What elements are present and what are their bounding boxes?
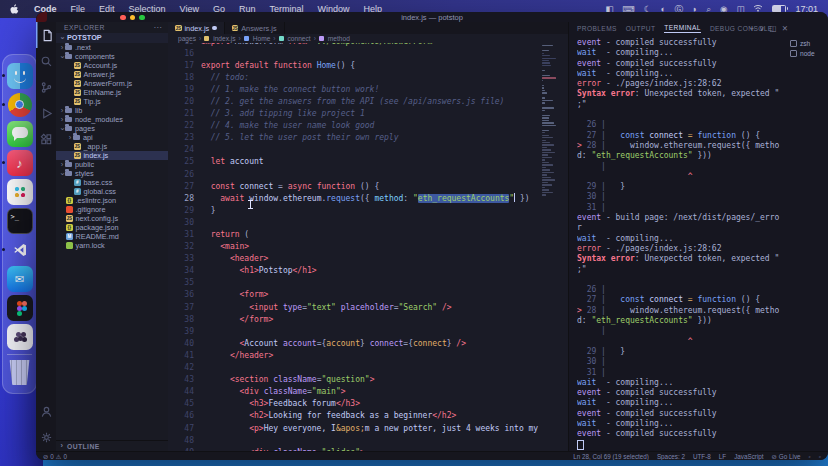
line-number: 27: [168, 181, 201, 193]
tree-item-tip-js[interactable]: JSTip.js: [56, 97, 168, 106]
status-right: Ln 28, Col 69 (19 selected)Spaces: 2UTF-…: [573, 453, 821, 460]
tree-item-public[interactable]: ›public: [56, 160, 168, 169]
breadcrumb-item-connect[interactable]: connect: [279, 35, 311, 42]
statusbar-item-spaces-2[interactable]: Spaces: 2: [657, 453, 685, 460]
tree-item--next[interactable]: ›.next: [56, 43, 168, 52]
terminal-session-node[interactable]: node: [790, 48, 826, 58]
terminal-row: [577, 110, 789, 120]
apple-menu[interactable]: [0, 4, 27, 15]
split-icon[interactable]: ◫: [770, 24, 777, 33]
panel-tab-output[interactable]: OUTPUT: [626, 25, 656, 32]
dock-item-chrome[interactable]: [7, 92, 33, 118]
terminal-token: r: [577, 223, 582, 232]
dock-item-slack[interactable]: [7, 179, 33, 205]
panel-tab-terminal[interactable]: TERMINAL: [664, 24, 701, 33]
terminal-output[interactable]: event - compiled successfullywait - comp…: [577, 38, 789, 452]
workspace-root[interactable]: › POTSTOP: [56, 33, 168, 43]
code-line: 32 <main>: [168, 241, 540, 253]
minimap-line: [542, 85, 544, 86]
file-label: Tip.js: [84, 97, 101, 106]
code-area[interactable]: 15import AnswerForm from '../components/…: [168, 43, 540, 453]
tree-item-next-config-js[interactable]: JSnext.config.js: [56, 214, 168, 223]
modified-dot-icon[interactable]: [212, 26, 217, 31]
close-icon[interactable]: ✕: [782, 24, 788, 33]
statusbar-bell-icon[interactable]: ◦: [819, 453, 821, 460]
chevron-down-icon[interactable]: ∨: [759, 24, 765, 33]
tree-item--gitignore[interactable]: .gitignore: [56, 205, 168, 214]
extensions-icon[interactable]: [36, 126, 56, 152]
tree-item--eslintrc-json[interactable]: {}.eslintrc.json: [56, 196, 168, 205]
run-debug-icon[interactable]: [36, 100, 56, 126]
dock-item-figma[interactable]: [7, 295, 33, 321]
dock-item-photos[interactable]: [7, 324, 33, 350]
status-bar: ⊘0 ⚠0 Ln 28, Col 69 (19 selected)Spaces:…: [36, 451, 828, 460]
settings-gear-icon[interactable]: [36, 424, 56, 450]
tree-item-ethname-js[interactable]: JSEthName.js: [56, 88, 168, 97]
tree-item-answerform-js[interactable]: JSAnswerForm.js: [56, 79, 168, 88]
tree-item-node-modules[interactable]: ›node_modules: [56, 115, 168, 124]
code-token: // 5. let the user post their own reply: [201, 133, 398, 142]
tree-item-lib[interactable]: ›lib: [56, 106, 168, 115]
breadcrumb-item-home[interactable]: Home: [244, 35, 271, 42]
terminal-token: event: [577, 38, 601, 47]
statusbar-item-go-live[interactable]: ⊘Go Live: [772, 453, 801, 460]
tree-item-base-css[interactable]: #base.css: [56, 178, 168, 187]
search-icon[interactable]: [36, 48, 56, 74]
code-token: account: [283, 339, 317, 348]
terminal-panel: PROBLEMSOUTPUTTERMINALDEBUG CONSOLE +∨◫✕…: [568, 22, 828, 452]
dock-item-mail[interactable]: ✉: [7, 266, 33, 292]
minimap[interactable]: [541, 42, 558, 452]
folder-icon: [65, 117, 72, 123]
terminal-token: [606, 131, 620, 140]
code-text: <h2>Looking for feedback as a beginner</…: [201, 410, 456, 422]
tree-item-components[interactable]: ›components: [56, 52, 168, 61]
statusbar-item-javascript[interactable]: JavaScript: [734, 453, 763, 460]
tab-answers-js[interactable]: JSAnswers.js: [225, 22, 285, 34]
tree-item-account-js[interactable]: JSAccount.js: [56, 61, 168, 70]
tree-item-pages[interactable]: ›pages: [56, 124, 168, 133]
source-control-icon[interactable]: [36, 74, 56, 100]
panel-tab-problems[interactable]: PROBLEMS: [577, 25, 617, 32]
dock-item-terminal[interactable]: >_: [7, 208, 33, 234]
tree-item-answer-js[interactable]: JSAnswer.js: [56, 70, 168, 79]
dock-item-finder[interactable]: [7, 63, 33, 89]
tree-item-styles[interactable]: ›styles: [56, 169, 168, 178]
statusbar-item-ln-28-col-69-19-sele[interactable]: Ln 28, Col 69 (19 selected): [573, 453, 649, 460]
code-token: <section: [230, 375, 269, 384]
account-icon[interactable]: [36, 398, 56, 424]
statusbar-item-utf-8[interactable]: UTF-8: [693, 453, 711, 460]
tree-item-yarn-lock[interactable]: yarn.lock: [56, 241, 168, 250]
statusbar-feedback-icon[interactable]: ◦: [809, 453, 811, 460]
tree-item-api[interactable]: ›api: [56, 133, 168, 142]
dock-item-trash[interactable]: [7, 359, 33, 385]
more-actions-icon[interactable]: ⋯: [154, 23, 163, 32]
breadcrumb-item-pages[interactable]: pages: [176, 35, 196, 42]
dock-item-messages[interactable]: [7, 121, 33, 147]
tree-item-readme-md[interactable]: MREADME.md: [56, 232, 168, 241]
code-line: 18 // todo:: [168, 72, 540, 84]
breadcrumb-item-method[interactable]: method: [319, 35, 350, 42]
tree-item--app-js[interactable]: JS_app.js: [56, 142, 168, 151]
tab-index-js[interactable]: JSindex.js: [168, 22, 225, 34]
problems-summary[interactable]: ⊘0 ⚠0: [43, 453, 67, 460]
breadcrumb-item-index-js[interactable]: index.js: [204, 35, 235, 42]
terminal-token: wait: [577, 378, 596, 387]
dock-item-music[interactable]: ♪: [7, 150, 33, 176]
minimap-line: [542, 65, 551, 66]
code-line: 31 return (: [168, 229, 540, 241]
breadcrumb[interactable]: pages›index.js›Home›connect›method: [168, 34, 568, 43]
code-token: Home: [317, 61, 336, 70]
code-token: [201, 399, 249, 408]
tree-item-global-css[interactable]: #global.css: [56, 187, 168, 196]
explorer-icon[interactable]: [36, 22, 56, 48]
dock-item-vscode[interactable]: [7, 237, 33, 263]
terminal-session-zsh[interactable]: zsh: [790, 38, 826, 48]
terminal-token: }: [606, 182, 625, 191]
plus-icon[interactable]: +: [750, 24, 754, 33]
tree-item-index-js[interactable]: JSindex.js: [56, 151, 168, 160]
outline-section[interactable]: › OUTLINE: [56, 440, 168, 451]
statusbar-item-lf[interactable]: LF: [719, 453, 726, 460]
window-title-bar[interactable]: index.js — potstop: [36, 12, 828, 22]
minimap-line: [542, 45, 553, 46]
tree-item-package-json[interactable]: {}package.json: [56, 223, 168, 232]
